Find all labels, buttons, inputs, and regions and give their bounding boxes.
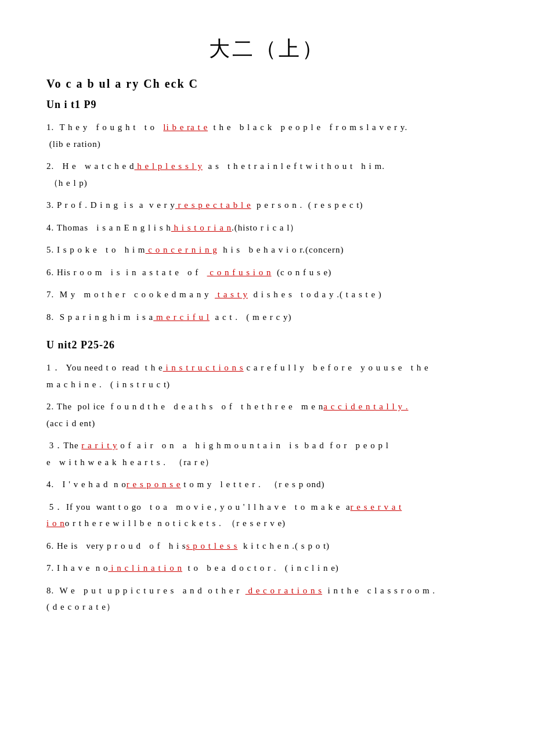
item-text: o r t h e r e w i l l b e n o t i c k e … — [65, 519, 286, 528]
item-num: 3．The — [46, 441, 81, 450]
item-num: 6. His r o o m i s i n a s t a t e o f — [46, 268, 207, 277]
item-num: 7. I h a v e n o — [46, 563, 109, 573]
item-num: 7. M y m o t h e r c o o k e d m a n y — [46, 290, 215, 299]
item-num: 1. T h e y f o u g h t t o — [46, 123, 163, 132]
unit1-item-1: 1. T h e y f o u g h t t o li b e ra t e… — [46, 119, 488, 152]
item-num: 6. He is very p r o u d o f h i s — [46, 541, 186, 550]
unit2-word-7: i n c l i n a t i o n — [109, 563, 182, 573]
unit1-item-8: 8. S p a r i n g h i m i s a m e r c i f… — [46, 309, 488, 326]
unit2-heading: U nit2 P25-26 — [46, 339, 488, 351]
item-num: 5. I s p o k e t o h i m — [46, 245, 146, 254]
item-num: 8. W e p u t u p p i c t u r e s a n d o… — [46, 586, 246, 595]
unit1-item-3: 3. P r o f . D i n g i s a v e r y r e s… — [46, 197, 488, 214]
item-num: 8. S p a r i n g h i m i s a — [46, 312, 153, 322]
item-text: a s t h e t r a i n l e f t w i t h o u … — [203, 161, 385, 171]
unit2-item-5: 5． If you want t o go t o a m o v i e , … — [46, 499, 488, 532]
item-hint: （h e l p) — [46, 178, 88, 188]
unit1-word-2: h e l p l e s s l y — [134, 161, 203, 171]
item-num: 4. I ' v e h a d n o — [46, 480, 127, 489]
unit1-item-6: 6. His r o o m i s i n a s t a t e o f c… — [46, 264, 488, 281]
unit1-word-5: c o n c e r n i n g — [146, 245, 218, 254]
unit2-block: U nit2 P25-26 1． You need t o read t h e… — [46, 339, 488, 615]
unit2-word-3: r a r i t y — [81, 441, 117, 450]
item-num: 3. P r o f . D i n g i s a v e r y — [46, 200, 175, 210]
item-text: h i s b e h a v i o r.(concern) — [218, 245, 344, 254]
unit2-word-5b: i o n — [46, 519, 65, 528]
item-text: d i s h e s t o d a y .( t a s t e ) — [248, 290, 382, 299]
unit1-item-5: 5. I s p o k e t o h i m c o n c e r n i… — [46, 242, 488, 258]
unit1-word-1: li b e ra t e — [163, 123, 208, 132]
unit2-word-2: a c c i d e n t a l l y . — [323, 402, 408, 411]
item-text: i n t h e c l a s s r o o m . — [322, 586, 435, 595]
unit2-word-5a: r e s e r v a t — [351, 502, 402, 512]
unit1-item-4: 4. Thomas i s a n E n g l i s h h i s t … — [46, 219, 488, 236]
unit2-item-8: 8. W e p u t u p p i c t u r e s a n d o… — [46, 582, 488, 615]
unit2-item-6: 6. He is very p r o u d o f h i ss p o t… — [46, 538, 488, 555]
item-text: p e r s o n . ( r e s p e c t) — [251, 200, 363, 210]
unit1-word-7: t a s t y — [215, 290, 248, 299]
unit1-word-6: c o n f u s i o n — [207, 268, 272, 277]
unit1-word-8: m e r c i f u l — [153, 312, 210, 322]
unit1-word-4: h i s t o r i a n — [171, 223, 232, 232]
item-num: 4. Thomas i s a n E n g l i s h — [46, 223, 171, 232]
unit2-item-2: 2. The pol ice f o u n d t h e d e a t h… — [46, 398, 488, 431]
item-hint: (lib e ration) — [46, 139, 101, 149]
unit2-item-3: 3．The r a r i t y o f a i r o n a h i g … — [46, 437, 488, 470]
unit2-item-4: 4. I ' v e h a d n or e s p o n s e t o … — [46, 476, 488, 493]
item-text: o f a i r o n a h i g h m o u n t a i n … — [118, 441, 389, 450]
item-num: 2. H e w a t c h e d — [46, 161, 134, 171]
item-text: t h e b l a c k p e o p l e f r o m s l … — [208, 123, 407, 132]
item-text-cont: e w i t h w e a k h e a r t s . （ra r e） — [46, 458, 214, 467]
item-num: 1． You need t o read t h e — [46, 363, 163, 372]
item-text-cont: m a c h i n e . ( i n s t r u c t) — [46, 380, 170, 389]
section-heading: Vo c a b ul a ry Ch eck C — [46, 77, 488, 91]
item-num: 2. The pol ice f o u n d t h e d e a t h… — [46, 402, 323, 411]
item-num: 5． If you want t o go t o a m o v i e , … — [46, 502, 351, 512]
item-text: a c t . ( m e r c y) — [210, 312, 291, 322]
unit2-item-7: 7. I h a v e n o i n c l i n a t i o n t… — [46, 560, 488, 577]
item-text: c a r e f u l l y b e f o r e y o u u s … — [244, 363, 429, 372]
unit2-item-1: 1． You need t o read t h e i n s t r u c… — [46, 359, 488, 393]
unit2-word-1: i n s t r u c t i o n s — [163, 363, 244, 372]
item-text: .(histo r i c a l） — [232, 223, 299, 232]
unit1-item-7: 7. M y m o t h e r c o o k e d m a n y t… — [46, 286, 488, 303]
unit2-word-8: d e c o r a t i o n s — [246, 586, 322, 595]
unit1-content: 1. T h e y f o u g h t t o li b e ra t e… — [46, 119, 488, 325]
item-hint: (acc i d ent) — [46, 419, 95, 428]
unit2-word-6: s p o t l e s s — [186, 541, 238, 550]
unit1-word-3: r e s p e c t a b l e — [175, 200, 251, 210]
unit1-block: Un i t1 P9 1. T h e y f o u g h t t o li… — [46, 99, 488, 325]
item-text: k i t c h e n .( s p o t) — [237, 541, 330, 550]
item-text: t o m y l e t t e r . （r e s p ond) — [181, 480, 325, 489]
item-hint: ( d e c o r a t e） — [46, 602, 116, 611]
unit1-heading: Un i t1 P9 — [46, 99, 488, 111]
unit1-item-2: 2. H e w a t c h e d h e l p l e s s l y… — [46, 158, 488, 191]
page-title: 大二（上） — [46, 35, 488, 63]
item-text: (c o n f u s e) — [272, 268, 332, 277]
unit2-content: 1． You need t o read t h e i n s t r u c… — [46, 359, 488, 615]
unit2-word-4: r e s p o n s e — [127, 480, 181, 489]
item-text: t o b e a d o c t o r . ( i n c l i n e) — [182, 563, 339, 573]
